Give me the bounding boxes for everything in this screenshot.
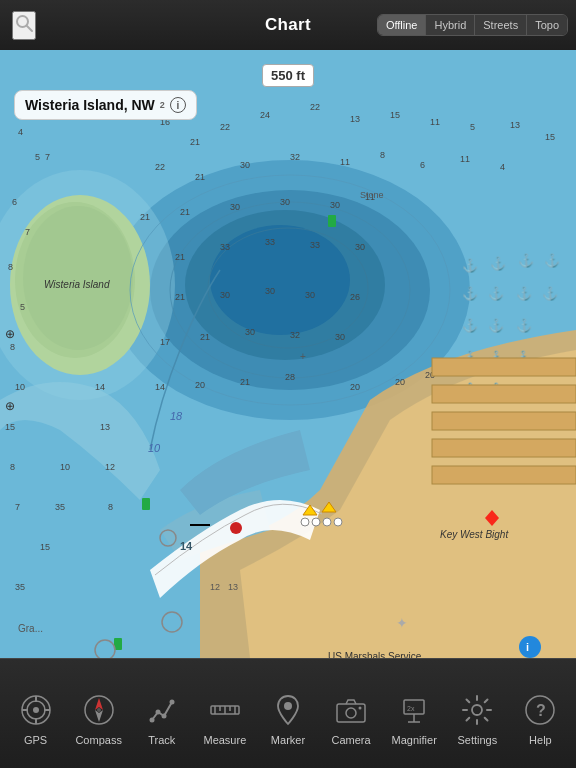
toolbar-item-compass[interactable]: Compass [73,688,125,746]
gps-icon [14,688,58,732]
svg-text:⚓: ⚓ [462,317,479,334]
svg-text:7: 7 [25,227,30,237]
svg-text:13: 13 [100,422,110,432]
svg-text:4: 4 [18,127,23,137]
svg-text:30: 30 [330,200,340,210]
svg-text:24: 24 [260,110,270,120]
settings-label: Settings [457,734,497,746]
svg-text:⚓: ⚓ [544,252,561,269]
svg-text:22: 22 [155,162,165,172]
svg-text:26: 26 [350,292,360,302]
svg-text:10: 10 [148,442,161,454]
svg-text:21: 21 [180,207,190,217]
svg-text:11: 11 [430,117,440,127]
svg-text:4: 4 [500,162,505,172]
location-label[interactable]: Wisteria Island, NW2 i [14,90,197,120]
toolbar-item-help[interactable]: ? Help [514,688,566,746]
svg-point-151 [169,699,174,704]
info-icon[interactable]: i [170,97,186,113]
top-navigation-bar: Chart Offline Hybrid Streets Topo [0,0,576,50]
map-type-streets[interactable]: Streets [475,15,527,35]
svg-text:21: 21 [195,172,205,182]
svg-text:33: 33 [265,237,275,247]
svg-text:Wisteria Island: Wisteria Island [44,279,110,290]
svg-text:21: 21 [140,212,150,222]
svg-text:⚓: ⚓ [488,317,505,334]
measure-icon [203,688,247,732]
svg-text:14: 14 [155,382,165,392]
search-button[interactable] [12,11,36,40]
svg-text:Stone: Stone [360,190,384,200]
svg-text:⚓: ⚓ [516,317,533,334]
page-title: Chart [265,15,311,35]
map-type-selector: Offline Hybrid Streets Topo [377,14,568,36]
toolbar-item-gps[interactable]: GPS [10,688,62,746]
svg-point-122 [312,518,320,526]
svg-rect-127 [432,412,576,430]
svg-text:2x: 2x [407,705,415,712]
toolbar-item-track[interactable]: Track [136,688,188,746]
svg-rect-128 [432,439,576,457]
svg-text:Key West Bight: Key West Bight [440,529,509,540]
svg-line-1 [27,26,32,31]
svg-text:22: 22 [310,102,320,112]
svg-rect-126 [432,385,576,403]
svg-text:?: ? [536,702,546,719]
svg-text:13: 13 [510,120,520,130]
svg-rect-107 [328,215,336,227]
compass-icon [77,688,121,732]
svg-text:20: 20 [195,380,205,390]
svg-text:5: 5 [20,302,25,312]
svg-text:⚓: ⚓ [490,255,507,272]
svg-text:⚓: ⚓ [462,285,479,302]
svg-text:21: 21 [200,332,210,342]
svg-rect-108 [142,498,150,510]
location-superscript: 2 [160,100,165,110]
svg-text:8: 8 [8,262,13,272]
svg-text:30: 30 [245,327,255,337]
svg-text:15: 15 [545,132,555,142]
svg-text:30: 30 [220,290,230,300]
svg-text:⚓: ⚓ [518,252,535,269]
svg-text:17: 17 [160,337,170,347]
svg-text:21: 21 [175,292,185,302]
magnifier-icon: 2x [392,688,436,732]
marker-icon [266,688,310,732]
toolbar-item-settings[interactable]: Settings [451,688,503,746]
toolbar-item-magnifier[interactable]: 2x Magnifier [388,688,440,746]
svg-point-139 [33,707,39,713]
svg-text:30: 30 [265,286,275,296]
svg-text:21: 21 [175,252,185,262]
map-type-offline[interactable]: Offline [378,15,427,35]
svg-point-110 [230,522,242,534]
svg-text:⚓: ⚓ [462,257,479,274]
map-type-hybrid[interactable]: Hybrid [426,15,475,35]
svg-text:32: 32 [290,152,300,162]
map-type-topo[interactable]: Topo [527,15,567,35]
map-view[interactable]: 4 5 6 7 8 5 8 10 15 8 7 7 16 21 22 24 22… [0,50,576,658]
camera-icon [329,688,373,732]
svg-text:30: 30 [335,332,345,342]
magnifier-label: Magnifier [392,734,437,746]
marker-label: Marker [271,734,305,746]
toolbar-item-measure[interactable]: Measure [199,688,251,746]
svg-text:20: 20 [395,377,405,387]
svg-rect-159 [337,704,365,722]
toolbar-item-camera[interactable]: Camera [325,688,377,746]
svg-text:13: 13 [350,114,360,124]
svg-text:11: 11 [460,154,470,164]
svg-text:28: 28 [285,372,295,382]
gps-label: GPS [24,734,47,746]
svg-rect-125 [432,358,576,376]
svg-text:22: 22 [220,122,230,132]
toolbar-item-marker[interactable]: Marker [262,688,314,746]
svg-point-148 [149,717,154,722]
svg-text:8: 8 [108,502,113,512]
svg-point-121 [301,518,309,526]
svg-text:10: 10 [60,462,70,472]
svg-text:⊕: ⊕ [5,327,15,341]
svg-point-147 [97,708,101,712]
svg-text:30: 30 [355,242,365,252]
svg-text:⊕: ⊕ [5,399,15,413]
svg-point-132 [519,636,541,658]
